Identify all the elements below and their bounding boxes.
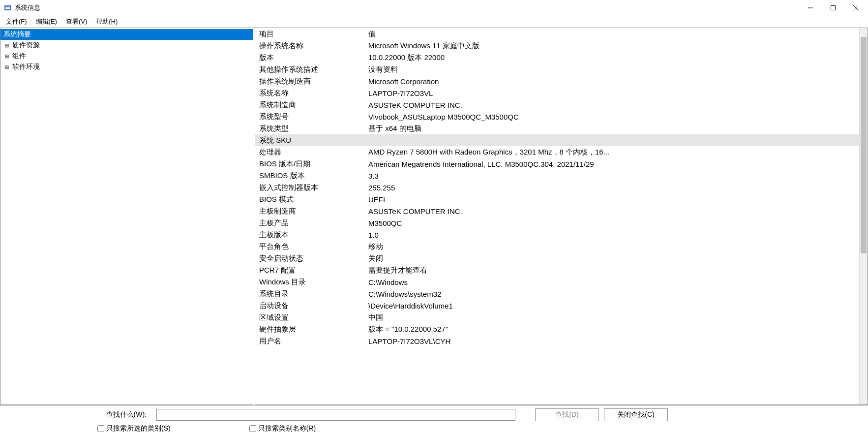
table-row[interactable]: 操作系统名称Microsoft Windows 11 家庭中文版 (255, 40, 859, 52)
row-key: 系统目录 (255, 288, 364, 300)
row-value: ASUSTeK COMPUTER INC. (364, 205, 859, 217)
row-value: Microsoft Windows 11 家庭中文版 (364, 40, 859, 52)
row-key: 操作系统制造商 (255, 75, 364, 87)
checkbox-label: 只搜索所选的类别(S) (106, 424, 171, 433)
menu-view[interactable]: 查看(V) (62, 16, 91, 27)
plus-icon[interactable]: ⊞ (3, 42, 10, 49)
detail-list[interactable]: 项目 值 操作系统名称Microsoft Windows 11 家庭中文版版本1… (255, 28, 859, 404)
row-value: \Device\HarddiskVolume1 (364, 300, 859, 311)
row-value: UEFI (364, 193, 859, 205)
row-key: 其他操作系统描述 (255, 63, 364, 75)
row-value: American Megatrends International, LLC. … (364, 158, 859, 170)
menu-file[interactable]: 文件(F) (2, 16, 31, 27)
search-input[interactable] (156, 409, 515, 421)
detail-panel: 项目 值 操作系统名称Microsoft Windows 11 家庭中文版版本1… (255, 28, 868, 405)
row-key: 系统型号 (255, 111, 364, 123)
svg-rect-4 (831, 6, 836, 10)
table-row[interactable]: 系统名称LAPTOP-7I72O3VL (255, 87, 859, 99)
row-value: 移动 (364, 241, 859, 252)
menu-help[interactable]: 帮助(H) (92, 16, 121, 27)
row-key: 区域设置 (255, 311, 364, 323)
table-row[interactable]: 处理器AMD Ryzen 7 5800H with Radeon Graphic… (255, 146, 859, 158)
table-row[interactable]: 区域设置中国 (255, 311, 859, 323)
svg-rect-2 (5, 6, 10, 7)
table-row[interactable]: 系统类型基于 x64 的电脑 (255, 123, 859, 134)
plus-icon[interactable]: ⊞ (3, 53, 10, 60)
row-key: BIOS 模式 (255, 193, 364, 205)
content-area: 系统摘要 ⊞ 硬件资源 ⊞ 组件 ⊞ 软件环境 项目 值 操作系统名称Mic (0, 28, 868, 405)
plus-icon[interactable]: ⊞ (3, 63, 10, 70)
checkbox-only-selected[interactable] (97, 425, 104, 432)
tree-child-components[interactable]: ⊞ 组件 (0, 51, 253, 62)
table-row[interactable]: BIOS 版本/日期American Megatrends Internatio… (255, 158, 859, 170)
table-row[interactable]: 系统型号Vivobook_ASUSLaptop M3500QC_M3500QC (255, 111, 859, 123)
row-key: 系统制造商 (255, 99, 364, 111)
row-key: 主板产品 (255, 217, 364, 229)
table-row[interactable]: 主板产品M3500QC (255, 217, 859, 229)
row-value: M3500QC (364, 217, 859, 229)
row-key: 平台角色 (255, 241, 364, 252)
table-row[interactable]: 嵌入式控制器版本255.255 (255, 182, 859, 193)
tree-child-hardware[interactable]: ⊞ 硬件资源 (0, 40, 253, 51)
tree-root[interactable]: 系统摘要 (0, 29, 253, 40)
table-row[interactable]: BIOS 模式UEFI (255, 193, 859, 205)
tree-root-label: 系统摘要 (2, 30, 32, 39)
row-value: Microsoft Corporation (364, 75, 859, 87)
table-row[interactable]: 系统目录C:\Windows\system32 (255, 288, 859, 300)
table-row[interactable]: 操作系统制造商Microsoft Corporation (255, 75, 859, 87)
menu-edit[interactable]: 编辑(E) (32, 16, 61, 27)
row-value: LAPTOP-7I72O3VL (364, 87, 859, 99)
column-header-value[interactable]: 值 (364, 28, 859, 40)
row-value: 需要提升才能查看 (364, 264, 859, 276)
checkbox-label: 只搜索类别名称(R) (258, 424, 316, 433)
close-find-button[interactable]: 关闭查找(C) (604, 408, 668, 421)
scrollbar-thumb[interactable] (861, 37, 867, 253)
row-key: 用户名 (255, 335, 364, 347)
vertical-scrollbar[interactable] (859, 28, 868, 404)
titlebar: 系统信息 (0, 0, 868, 16)
tree-child-software[interactable]: ⊞ 软件环境 (0, 62, 253, 72)
close-button[interactable] (844, 0, 867, 16)
minimize-button[interactable] (799, 0, 822, 16)
row-key: 主板制造商 (255, 205, 364, 217)
row-key: 主板版本 (255, 229, 364, 241)
row-value: 255.255 (364, 182, 859, 193)
table-row[interactable]: 用户名LAPTOP-7I72O3VL\CYH (255, 335, 859, 347)
row-key: BIOS 版本/日期 (255, 158, 364, 170)
table-row[interactable]: 系统制造商ASUSTeK COMPUTER INC. (255, 99, 859, 111)
table-row[interactable]: 硬件抽象层版本 = "10.0.22000.527" (255, 323, 859, 335)
tree-label: 软件环境 (11, 62, 41, 71)
row-key: 启动设备 (255, 300, 364, 311)
row-value: 版本 = "10.0.22000.527" (364, 323, 859, 335)
table-row[interactable]: SMBIOS 版本3.3 (255, 170, 859, 182)
row-value: ASUSTeK COMPUTER INC. (364, 99, 859, 111)
only-category-names-checkbox[interactable]: 只搜索类别名称(R) (249, 424, 316, 433)
only-selected-checkbox[interactable]: 只搜索所选的类别(S) (97, 424, 171, 433)
app-icon (4, 4, 12, 12)
tree-panel[interactable]: 系统摘要 ⊞ 硬件资源 ⊞ 组件 ⊞ 软件环境 (0, 28, 253, 405)
table-row[interactable]: 系统 SKU (255, 134, 859, 146)
row-key: 版本 (255, 52, 364, 63)
row-value: 1.0 (364, 229, 859, 241)
table-row[interactable]: 版本10.0.22000 版本 22000 (255, 52, 859, 63)
table-row[interactable]: 其他操作系统描述没有资料 (255, 63, 859, 75)
table-row[interactable]: Windows 目录C:\Windows (255, 276, 859, 288)
table-row[interactable]: 平台角色移动 (255, 241, 859, 252)
table-row[interactable]: 启动设备\Device\HarddiskVolume1 (255, 300, 859, 311)
search-label: 查找什么(W): (4, 410, 151, 419)
tree-label: 硬件资源 (11, 41, 41, 50)
table-row[interactable]: 主板版本1.0 (255, 229, 859, 241)
table-row[interactable]: PCR7 配置需要提升才能查看 (255, 264, 859, 276)
row-value: LAPTOP-7I72O3VL\CYH (364, 335, 859, 347)
table-row[interactable]: 安全启动状态关闭 (255, 252, 859, 264)
row-key: 硬件抽象层 (255, 323, 364, 335)
checkbox-only-category-names[interactable] (249, 425, 256, 432)
maximize-button[interactable] (822, 0, 844, 16)
row-value: C:\Windows\system32 (364, 288, 859, 300)
row-value: Vivobook_ASUSLaptop M3500QC_M3500QC (364, 111, 859, 123)
row-key: SMBIOS 版本 (255, 170, 364, 182)
table-row[interactable]: 主板制造商ASUSTeK COMPUTER INC. (255, 205, 859, 217)
row-key: Windows 目录 (255, 276, 364, 288)
column-header-key[interactable]: 项目 (255, 28, 364, 40)
find-button[interactable]: 查找(D) (535, 408, 599, 421)
